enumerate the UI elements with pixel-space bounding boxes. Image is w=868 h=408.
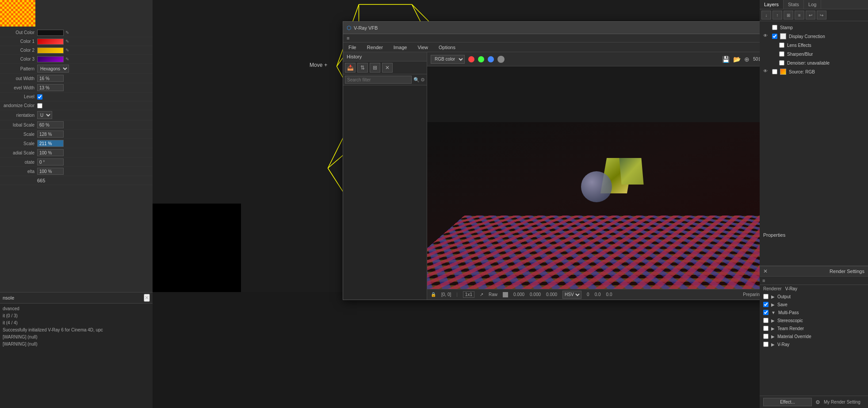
delta-input[interactable] (37, 168, 64, 175)
output-checkbox[interactable] (763, 294, 769, 299)
hamburger-icon[interactable]: ≡ (347, 35, 349, 41)
bevel-width-label: evel Width (2, 85, 37, 90)
rotate-input[interactable] (37, 158, 64, 166)
search-input[interactable] (345, 76, 412, 84)
effect-button[interactable]: Effect... (763, 398, 812, 406)
display-correction-eye-icon[interactable]: 👁 (763, 33, 769, 39)
orientation-select[interactable]: U (37, 111, 52, 119)
rs-stereoscopic-row: ▶ Stereoscopic (760, 316, 868, 324)
move-button[interactable]: Move + (310, 62, 327, 68)
out-color-swatch[interactable] (37, 30, 64, 36)
history-compare-button[interactable]: ⇅ (357, 63, 368, 73)
history-view-button[interactable]: ⊞ (370, 63, 380, 73)
tab-stats[interactable]: Stats (784, 0, 804, 9)
green-channel-button[interactable] (478, 56, 484, 62)
source-rgb-checkbox[interactable] (772, 69, 777, 74)
blue-channel-button[interactable] (488, 56, 494, 62)
alpha-channel-button[interactable] (497, 56, 505, 63)
load-render-icon[interactable]: 📂 (733, 56, 741, 63)
layer-copy-button[interactable]: ⊞ (784, 11, 793, 19)
color1-label: Color 1 (2, 39, 37, 44)
save-label: Save (777, 302, 788, 307)
stereoscopic-checkbox[interactable] (763, 318, 769, 323)
team-render-label: Team Render (777, 326, 804, 331)
scale-input[interactable] (37, 131, 64, 138)
layer-redo-button[interactable]: ↪ (817, 11, 826, 19)
mode-select[interactable]: 1x1 (463, 291, 474, 298)
color3-swatch[interactable] (37, 56, 64, 62)
coords: [0, 0] (441, 292, 451, 297)
render-settings-close-icon[interactable]: ✕ (763, 268, 768, 274)
material-override-checkbox[interactable] (763, 334, 769, 339)
material-preview (0, 0, 35, 27)
right-panels: Layers Stats Log ↓ ↑ ⊞ ≡ ↩ ↪ Stamp 👁 Dis… (760, 0, 868, 408)
red-channel-button[interactable] (468, 56, 474, 62)
rs-hamburger-icon[interactable]: ≡ (762, 278, 765, 283)
out-color-row: Out Color ✎ (0, 28, 153, 37)
vray-rs-expand-icon[interactable]: ▶ (771, 342, 775, 347)
randomize-color-checkbox[interactable] (37, 103, 42, 108)
layer-up-button[interactable]: ↑ (772, 11, 782, 19)
scale2-input[interactable] (37, 140, 64, 147)
sharpen-blur-checkbox[interactable] (779, 51, 784, 57)
console-close-button[interactable]: ✕ (144, 294, 150, 302)
layer-list-button[interactable]: ≡ (795, 11, 804, 19)
menu-view[interactable]: View (416, 44, 430, 51)
out-width-input[interactable] (37, 75, 64, 82)
stereoscopic-expand-icon[interactable]: ▶ (771, 318, 775, 323)
bevel-width-input[interactable] (37, 84, 64, 91)
save-checkbox[interactable] (763, 302, 769, 307)
output-expand-icon[interactable]: ▶ (771, 294, 775, 299)
settings-gear-icon[interactable]: ⚙ (815, 399, 820, 405)
vray-rs-checkbox[interactable] (763, 342, 769, 347)
history-delete-button[interactable]: ✕ (382, 63, 393, 73)
hsv-select[interactable]: HSV (562, 291, 581, 299)
denoiser-checkbox[interactable] (779, 60, 784, 65)
global-scale-input[interactable] (37, 121, 64, 128)
out-color-edit-icon[interactable]: ✎ (65, 30, 69, 35)
menu-render[interactable]: Render (365, 44, 385, 51)
layer-add-button[interactable]: ↓ (761, 11, 771, 19)
orientation-label: rientation (2, 113, 37, 118)
console-msg3: [WARNING] (null) (3, 341, 150, 348)
radial-scale-input[interactable] (37, 149, 64, 156)
menu-options[interactable]: Options (437, 44, 457, 51)
multipass-checkbox[interactable] (763, 310, 769, 315)
color-mode-select[interactable]: RGB color (431, 55, 465, 64)
color2-edit-icon[interactable]: ✎ (65, 48, 69, 53)
region-icon[interactable]: ⊕ (744, 56, 749, 63)
tab-layers[interactable]: Layers (760, 0, 784, 9)
history-add-button[interactable]: 📥 (345, 63, 356, 73)
stamp-checkbox[interactable] (772, 25, 777, 30)
menu-file[interactable]: File (347, 44, 358, 51)
multipass-expand-icon[interactable]: ▼ (771, 310, 776, 315)
level-checkbox[interactable] (37, 94, 42, 100)
team-render-expand-icon[interactable]: ▶ (771, 326, 775, 331)
color1-edit-icon[interactable]: ✎ (65, 39, 69, 44)
source-rgb-eye-icon[interactable]: 👁 (763, 69, 769, 75)
render-settings-footer: Effect... ⚙ My Render Setting (760, 396, 868, 408)
search-settings-icon[interactable]: ⚙ (421, 77, 425, 83)
layers-tabs: Layers Stats Log (760, 0, 868, 9)
save-expand-icon[interactable]: ▶ (771, 302, 775, 307)
menu-image[interactable]: Image (392, 44, 409, 51)
move-plus-icon: + (324, 62, 327, 68)
display-correction-label: Display Correction (789, 34, 825, 39)
console-panel: nsole ✕ dvanced it (0 / 3) it (4 / 4) Su… (0, 292, 153, 408)
material-override-expand-icon[interactable]: ▶ (771, 334, 775, 339)
lens-effects-checkbox[interactable] (779, 42, 784, 48)
display-correction-checkbox[interactable] (772, 34, 777, 39)
rs-save-row: ▶ Save (760, 300, 868, 308)
render-canvas[interactable] (427, 66, 760, 289)
color2-swatch[interactable] (37, 47, 64, 54)
pattern-select[interactable]: Hexagons (37, 65, 69, 73)
color3-edit-icon[interactable]: ✎ (65, 57, 69, 62)
color1-row: Color 1 ✎ (0, 37, 153, 46)
search-icon[interactable]: 🔍 (413, 77, 420, 83)
team-render-checkbox[interactable] (763, 326, 769, 331)
save-render-icon[interactable]: 💾 (722, 56, 730, 63)
tab-log[interactable]: Log (804, 0, 821, 9)
vray-vfb-window: ⬡ V-Ray VFB ─ □ ✕ ≡ File Render Image Vi… (343, 21, 760, 300)
color1-swatch[interactable] (37, 38, 64, 45)
layer-undo-button[interactable]: ↩ (806, 11, 815, 19)
